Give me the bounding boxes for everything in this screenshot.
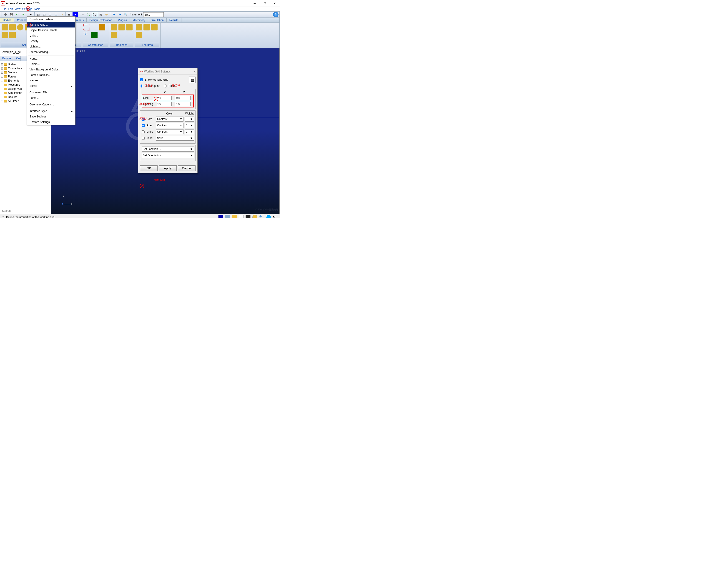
- axes-weight-select[interactable]: 1▼: [185, 123, 194, 128]
- rotate-icon[interactable]: ✥: [111, 12, 117, 17]
- menu-edit[interactable]: Edit: [8, 8, 13, 11]
- menu-gravity[interactable]: Gravity...: [27, 38, 75, 44]
- menu-tools[interactable]: Tools: [34, 8, 40, 11]
- sb-icon-1[interactable]: [218, 215, 223, 218]
- hollow-icon[interactable]: [136, 32, 142, 38]
- triad-checkbox[interactable]: [142, 137, 145, 140]
- show-grid-checkbox[interactable]: [140, 78, 143, 81]
- box-icon[interactable]: [2, 24, 8, 30]
- arc-icon[interactable]: [99, 24, 105, 30]
- menu-view[interactable]: View: [15, 8, 20, 11]
- menu-interface-style[interactable]: Interface Style: [27, 108, 75, 114]
- union-icon[interactable]: [111, 24, 117, 30]
- size-y-input[interactable]: [175, 96, 191, 100]
- redo-icon[interactable]: ↷: [20, 12, 26, 17]
- menu-command-file[interactable]: Command File...: [27, 90, 75, 95]
- pan-icon[interactable]: ✥: [117, 12, 123, 17]
- lines-checkbox[interactable]: [142, 130, 145, 133]
- rectangular-radio[interactable]: [140, 85, 143, 88]
- cylinder-icon[interactable]: [9, 24, 16, 30]
- size-x-input[interactable]: [156, 96, 172, 100]
- menu-solver[interactable]: Solver: [27, 83, 75, 89]
- menu-colors[interactable]: Colors...: [27, 61, 75, 67]
- fillet-icon[interactable]: [143, 24, 150, 30]
- polyline-icon[interactable]: [91, 24, 98, 30]
- lines-weight-select[interactable]: 1▼: [185, 129, 194, 134]
- undo-icon[interactable]: ↶: [15, 12, 20, 17]
- zoom-icon[interactable]: 🔍: [123, 12, 128, 17]
- cancel-button[interactable]: Cancel: [178, 165, 196, 171]
- fit-icon[interactable]: ⛶: [86, 12, 91, 17]
- menu-view-background-color[interactable]: View Background Color...: [27, 67, 75, 72]
- tab-design-exploration[interactable]: Design Exploration: [87, 18, 115, 22]
- center-icon[interactable]: ◎: [104, 12, 109, 17]
- dots-color-select[interactable]: Contrast▼: [156, 117, 183, 122]
- spline-icon[interactable]: [91, 32, 98, 38]
- subtract-icon[interactable]: [118, 24, 125, 30]
- sidebar-tab-browse[interactable]: Browse: [0, 56, 14, 61]
- dots-weight-select[interactable]: 1▼: [185, 117, 194, 122]
- tab-results[interactable]: Results: [167, 18, 181, 22]
- menu-file[interactable]: File: [2, 8, 6, 11]
- menu-lighting[interactable]: Lighting...: [27, 44, 75, 49]
- menu-units[interactable]: Units...: [27, 33, 75, 38]
- help-icon[interactable]: ?: [273, 12, 279, 17]
- set-location-select[interactable]: Set Location ...▼: [142, 147, 194, 152]
- apply-button[interactable]: Apply: [159, 165, 176, 171]
- menu-geometry-options[interactable]: Geometry Options...: [27, 102, 75, 107]
- menu-working-grid[interactable]: Working Grid...: [27, 22, 75, 28]
- menu-fonts[interactable]: Fonts...: [27, 95, 75, 101]
- tab-simulation[interactable]: Simulation: [148, 18, 167, 22]
- menu-stereo-viewing[interactable]: Stereo Viewing...: [27, 49, 75, 55]
- marker-icon[interactable]: xyz: [83, 32, 90, 38]
- view1-icon[interactable]: ▭: [80, 12, 85, 17]
- new-icon[interactable]: ➕: [3, 12, 8, 17]
- lines-color-select[interactable]: Contrast▼: [156, 129, 183, 134]
- save-icon[interactable]: 💾: [9, 12, 14, 17]
- tab-machinery[interactable]: Machinery: [130, 18, 148, 22]
- spacing-y-input[interactable]: [175, 102, 191, 106]
- grid-preview-icon[interactable]: ▦: [189, 77, 196, 83]
- plate-icon[interactable]: [2, 32, 8, 38]
- close-button[interactable]: ✕: [270, 0, 280, 7]
- menu-coordinate-system[interactable]: Coordinate System...: [27, 17, 75, 22]
- tab-bodies[interactable]: Bodies: [0, 18, 14, 22]
- sidebar-tab-groups[interactable]: Groups: [14, 56, 21, 61]
- sb-icon-8[interactable]: i: [266, 215, 271, 218]
- dialog-close-icon[interactable]: ✕: [193, 70, 196, 73]
- menu-names[interactable]: Names...: [27, 78, 75, 83]
- menu-icons[interactable]: Icons...: [27, 56, 75, 61]
- sphere-icon[interactable]: [17, 24, 23, 30]
- split-icon[interactable]: [111, 32, 117, 38]
- maximize-button[interactable]: ☐: [260, 0, 270, 7]
- dialog-titlebar[interactable]: Ad Working Grid Settings ✕: [138, 68, 197, 75]
- chamfer-icon[interactable]: [136, 24, 142, 30]
- axes-checkbox[interactable]: [142, 124, 145, 127]
- increment-input[interactable]: [143, 12, 164, 17]
- hole-icon[interactable]: [151, 24, 158, 30]
- sb-icon-6[interactable]: [252, 215, 257, 218]
- intersect-icon[interactable]: [126, 24, 133, 30]
- sb-icon-7[interactable]: ✥: [259, 215, 264, 218]
- sb-icon-9[interactable]: ◐: [273, 215, 278, 218]
- zoom-window-icon[interactable]: ◰: [98, 12, 103, 17]
- spacing-x-input[interactable]: [156, 102, 172, 106]
- axes-color-select[interactable]: Contrast▼: [156, 123, 183, 128]
- set-orientation-select[interactable]: Set Orientation ...▼: [142, 153, 194, 158]
- search-input[interactable]: Search: [1, 208, 50, 214]
- sb-icon-2[interactable]: [225, 215, 230, 218]
- minimize-button[interactable]: ─: [250, 0, 260, 7]
- point-icon[interactable]: [83, 24, 90, 30]
- triad-style-select[interactable]: Solid▼: [156, 136, 194, 141]
- sb-icon-3[interactable]: [232, 215, 237, 218]
- menu-object-position-handle[interactable]: Object Position Handle...: [27, 28, 75, 33]
- ok-button[interactable]: OK: [140, 165, 158, 171]
- menu-force-graphics[interactable]: Force Graphics...: [27, 72, 75, 78]
- polar-radio[interactable]: [164, 85, 167, 88]
- sb-icon-5[interactable]: [246, 215, 251, 218]
- tab-plugins[interactable]: Plugins: [115, 18, 130, 22]
- extrusion-icon[interactable]: [9, 32, 16, 38]
- sb-icon-4[interactable]: [239, 215, 244, 218]
- menu-restore-settings[interactable]: Restore Settings: [27, 119, 75, 125]
- menu-save-settings[interactable]: Save Settings: [27, 114, 75, 119]
